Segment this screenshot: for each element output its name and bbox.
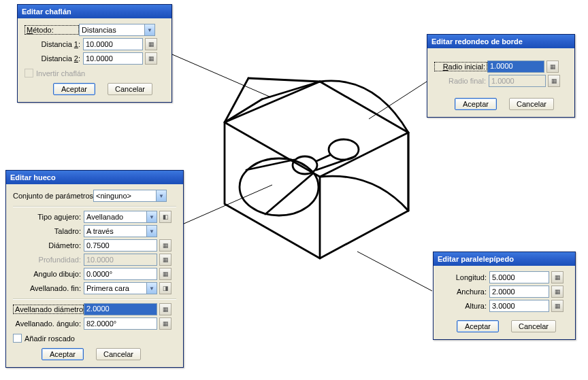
hole-type-dropdown[interactable]: Avellanado ▼ <box>84 211 157 223</box>
chevron-down-icon[interactable]: ▼ <box>156 190 166 201</box>
chevron-down-icon[interactable]: ▼ <box>144 24 154 35</box>
accept-button[interactable]: Aceptar <box>53 83 95 95</box>
length-input[interactable] <box>489 271 549 283</box>
dialog-title: Editar hueco <box>6 171 183 184</box>
diameter-input[interactable] <box>84 239 157 252</box>
calculator-icon[interactable]: ▦ <box>145 38 157 50</box>
calculator-icon[interactable]: ▦ <box>159 239 172 252</box>
drill-dropdown[interactable]: A través ▼ <box>84 225 157 237</box>
distance1-input[interactable] <box>83 38 143 50</box>
edit-chamfer-dialog: Editar chaflán Método: Distancias ▼ Dist… <box>17 4 172 103</box>
calculator-icon[interactable]: ▦ <box>145 52 157 65</box>
drill-label: Taladro: <box>13 227 84 235</box>
dialog-title: Editar chaflán <box>18 5 172 18</box>
height-input[interactable] <box>489 300 549 312</box>
countersink-end-icon[interactable]: ◨ <box>159 282 172 294</box>
hole-type-label: Tipo agujero: <box>13 213 84 221</box>
svg-line-5 <box>320 133 408 177</box>
diameter-label: Diámetro: <box>13 241 84 249</box>
draft-angle-input[interactable] <box>84 268 157 280</box>
svg-line-8 <box>262 82 320 99</box>
countersink-angle-input[interactable] <box>84 317 157 330</box>
dialog-title: Editar redondeo de borde <box>427 35 574 48</box>
initial-radius-label: Radio inicial: <box>434 62 487 71</box>
calculator-icon[interactable]: ▦ <box>159 268 172 280</box>
calculator-icon[interactable]: ▦ <box>159 317 172 330</box>
accept-button[interactable]: Aceptar <box>457 320 499 332</box>
chevron-down-icon[interactable]: ▼ <box>146 283 157 294</box>
svg-line-7 <box>248 78 320 82</box>
countersink-angle-label: Avellanado. ángulo: <box>13 319 84 328</box>
add-thread-checkbox[interactable] <box>13 334 22 343</box>
length-label: Longitud: <box>440 273 489 281</box>
calculator-icon[interactable]: ▦ <box>159 254 172 266</box>
param-set-label: Conjunto de parámetros: <box>13 192 93 200</box>
cancel-button[interactable]: Cancelar <box>108 83 152 95</box>
accept-button[interactable]: Aceptar <box>455 98 497 110</box>
param-set-dropdown[interactable]: <ninguno> ▼ <box>93 190 167 202</box>
edit-box-dialog: Editar paralelepípedo Longitud: ▦ Anchur… <box>433 252 576 340</box>
height-label: Altura: <box>440 302 489 310</box>
countersink-diameter-label: Avellanado diámetro: <box>13 305 84 314</box>
draft-angle-label: Angulo dibujo: <box>13 270 84 278</box>
method-label: Método: <box>24 25 79 35</box>
calculator-icon[interactable]: ▦ <box>551 300 564 312</box>
initial-radius-input[interactable]: 1.0000 <box>487 61 544 73</box>
calculator-icon[interactable]: ▦ <box>548 75 560 87</box>
calculator-icon[interactable]: ▦ <box>546 61 559 73</box>
add-thread-label: Añadir roscado <box>24 334 75 343</box>
svg-line-14 <box>316 155 330 161</box>
cancel-button[interactable]: Cancelar <box>511 320 556 332</box>
calculator-icon[interactable]: ▦ <box>551 271 564 283</box>
invert-chamfer-label: Invertir chaflán <box>36 69 85 77</box>
countersink-diameter-input[interactable]: 2.0000 <box>84 303 157 315</box>
final-radius-label: Radio final: <box>434 77 489 85</box>
chevron-down-icon[interactable]: ▼ <box>146 226 157 237</box>
final-radius-input <box>489 75 546 87</box>
model-view <box>184 68 415 265</box>
accept-button[interactable]: Aceptar <box>42 348 84 360</box>
invert-chamfer-checkbox <box>24 69 33 77</box>
countersink-end-dropdown[interactable]: Primera cara ▼ <box>84 282 157 294</box>
hole-type-icon[interactable]: ◧ <box>159 211 172 223</box>
calculator-icon[interactable]: ▦ <box>551 286 564 298</box>
edit-fillet-dialog: Editar redondeo de borde Radio inicial: … <box>427 34 575 118</box>
cancel-button[interactable]: Cancelar <box>509 98 554 110</box>
calculator-icon[interactable]: ▦ <box>159 303 172 315</box>
dialog-title: Editar paralelepípedo <box>434 252 575 266</box>
edit-hole-dialog: Editar hueco Conjunto de parámetros: <ni… <box>5 170 184 368</box>
svg-line-6 <box>225 122 320 177</box>
width-input[interactable] <box>489 286 549 298</box>
depth-label: Profundidad: <box>13 256 84 264</box>
distance1-label: Distancia 1: <box>24 40 83 48</box>
cancel-button[interactable]: Cancelar <box>96 348 141 360</box>
distance2-label: Distancia 2: <box>24 54 83 63</box>
countersink-end-label: Avellanado. fin: <box>13 284 84 292</box>
chevron-down-icon[interactable]: ▼ <box>146 211 157 222</box>
width-label: Anchura: <box>440 288 489 296</box>
distance2-input[interactable] <box>83 52 143 65</box>
svg-point-9 <box>240 158 318 215</box>
depth-input <box>84 254 157 266</box>
method-dropdown[interactable]: Distancias ▼ <box>79 24 155 36</box>
